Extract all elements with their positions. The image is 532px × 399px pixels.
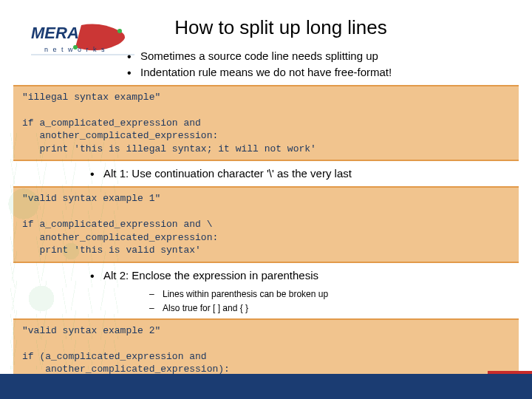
bullet-item: Indentation rule means we do not have fr… [124, 64, 519, 81]
code-block-continuation: "valid syntax example 1" if a_complicate… [13, 186, 519, 263]
code-block-illegal: "illegal syntax example" if a_complicate… [13, 85, 519, 162]
intro-bullets: Sometimes a source code line needs split… [124, 48, 519, 81]
bullet-item: Alt 1: Use continuation character '\' as… [87, 166, 519, 182]
sub-bullet-item: Also true for [ ] and { } [146, 301, 519, 316]
svg-point-0 [117, 29, 122, 33]
alt2-bullets: Alt 2: Enclose the expression in parenth… [87, 267, 519, 284]
logo: MERA n e t w o r k s [31, 18, 134, 62]
footer-bar [0, 374, 532, 399]
alt1-bullets: Alt 1: Use continuation character '\' as… [87, 166, 519, 182]
alt2-sub-bullets: Lines within parenthesis can be broken u… [146, 287, 519, 315]
slide-content: Sometimes a source code line needs split… [0, 39, 532, 395]
logo-brand-text: MERA [31, 24, 79, 42]
bullet-item: Sometimes a source code line needs split… [124, 48, 519, 64]
mera-logo-icon: MERA n e t w o r k s [31, 18, 134, 62]
sub-bullet-item: Lines within parenthesis can be broken u… [146, 287, 519, 301]
bullet-item: Alt 2: Enclose the expression in parenth… [87, 267, 519, 284]
logo-sub-text: n e t w o r k s [44, 46, 106, 53]
